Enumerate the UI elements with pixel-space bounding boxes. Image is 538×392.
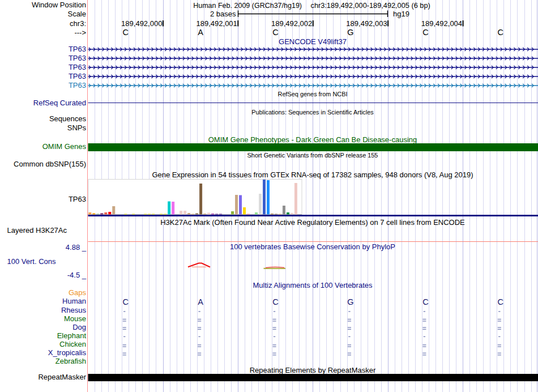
svg-text:chr3:: chr3: bbox=[70, 19, 86, 28]
svg-text:chr3:189,492,000-189,492,005 (: chr3:189,492,000-189,492,005 (6 bp) bbox=[311, 1, 430, 10]
svg-text:GENCODE V49lift37: GENCODE V49lift37 bbox=[279, 37, 347, 46]
svg-text:C: C bbox=[122, 28, 128, 37]
svg-text:189,492,001: 189,492,001 bbox=[197, 19, 237, 28]
svg-text:Human: Human bbox=[62, 297, 86, 305]
svg-text:Human Feb. 2009 (GRCh37/hg19): Human Feb. 2009 (GRCh37/hg19) bbox=[193, 2, 302, 10]
svg-text:C: C bbox=[272, 297, 278, 306]
svg-text:Layered H3K27Ac: Layered H3K27Ac bbox=[7, 226, 67, 235]
svg-text:C: C bbox=[122, 297, 128, 306]
svg-text:G: G bbox=[347, 28, 353, 37]
svg-text:C: C bbox=[272, 28, 278, 37]
svg-text:TP63: TP63 bbox=[69, 63, 86, 71]
svg-text:H3K27Ac Mark (Often Found Near: H3K27Ac Mark (Often Found Near Active Re… bbox=[160, 218, 465, 227]
svg-text:G: G bbox=[347, 297, 353, 306]
svg-text:OMIM Gene Phenotypes - Dark Gr: OMIM Gene Phenotypes - Dark Green Can Be… bbox=[208, 135, 417, 144]
svg-text:RefSeq genes from NCBI: RefSeq genes from NCBI bbox=[278, 91, 348, 97]
svg-text:RefSeq Curated: RefSeq Curated bbox=[33, 99, 86, 107]
svg-text:TP63: TP63 bbox=[69, 81, 86, 90]
svg-text:TP63: TP63 bbox=[69, 72, 86, 80]
svg-text:C: C bbox=[422, 28, 428, 37]
svg-text:TP63: TP63 bbox=[69, 45, 86, 53]
svg-text:Gaps: Gaps bbox=[69, 288, 87, 297]
svg-text:-4.5 _: -4.5 _ bbox=[67, 271, 87, 279]
svg-text:Multiz Alignments of 100 Verte: Multiz Alignments of 100 Vertebrates bbox=[253, 281, 373, 289]
svg-text:Repeating Elements by RepeatMa: Repeating Elements by RepeatMasker bbox=[250, 366, 376, 374]
svg-text:Sequences: Sequences bbox=[49, 114, 87, 123]
svg-text:Common dbSNP(155): Common dbSNP(155) bbox=[14, 160, 86, 168]
svg-text:4.88 _: 4.88 _ bbox=[66, 243, 87, 252]
svg-text:Zebrafish: Zebrafish bbox=[55, 357, 86, 365]
svg-text:SNPs: SNPs bbox=[67, 123, 87, 132]
svg-text:Gene Expression in 54 tissues: Gene Expression in 54 tissues from GTEx … bbox=[152, 171, 473, 179]
svg-text:C: C bbox=[498, 28, 503, 37]
svg-text:Rhesus: Rhesus bbox=[61, 306, 87, 314]
svg-text:Elephant: Elephant bbox=[57, 331, 87, 340]
svg-text:TP63: TP63 bbox=[69, 195, 86, 203]
svg-text:TP63: TP63 bbox=[69, 54, 86, 62]
svg-text:100 Vert. Cons: 100 Vert. Cons bbox=[7, 257, 56, 266]
svg-text:X_tropicalis: X_tropicalis bbox=[48, 348, 87, 357]
svg-text:Mouse: Mouse bbox=[64, 314, 86, 323]
svg-text:RepeatMasker: RepeatMasker bbox=[38, 373, 86, 381]
svg-text:OMIM Genes: OMIM Genes bbox=[42, 142, 87, 151]
svg-text:Dog: Dog bbox=[72, 323, 86, 331]
svg-text:189,492,003: 189,492,003 bbox=[346, 19, 387, 28]
svg-text:C: C bbox=[498, 297, 503, 306]
svg-text:2 bases: 2 bases bbox=[210, 10, 236, 18]
svg-text:189,492,004: 189,492,004 bbox=[421, 19, 462, 28]
svg-text:A: A bbox=[198, 297, 203, 306]
svg-text:Chicken: Chicken bbox=[59, 340, 86, 348]
svg-text:C: C bbox=[422, 297, 428, 306]
svg-text:189,492,002: 189,492,002 bbox=[271, 19, 312, 28]
svg-text:hg19: hg19 bbox=[393, 10, 409, 18]
svg-text:Short Genetic Variants from db: Short Genetic Variants from dbSNP releas… bbox=[247, 152, 378, 159]
svg-text:189,492,000: 189,492,000 bbox=[121, 19, 162, 28]
svg-text:Window Position: Window Position bbox=[32, 1, 86, 9]
svg-text:--->: ---> bbox=[74, 28, 86, 37]
svg-text:100 vertebrates Basewise Conse: 100 vertebrates Basewise Conservation by… bbox=[230, 242, 395, 251]
svg-text:Publications: Sequences in Sci: Publications: Sequences in Scientific Ar… bbox=[251, 109, 374, 116]
svg-text:A: A bbox=[198, 28, 203, 37]
svg-text:Scale: Scale bbox=[67, 10, 86, 18]
